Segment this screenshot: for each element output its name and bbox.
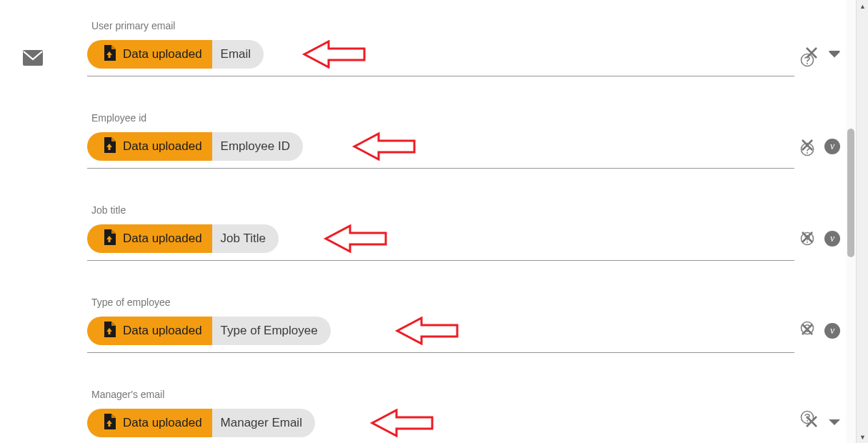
chip-source-label: Data uploaded [123,47,202,61]
upload-file-icon [103,137,116,156]
help-icon[interactable] [800,321,814,338]
chip-field-label: Email [221,47,251,61]
field-label: User primary email [91,20,794,31]
chip-source-label: Data uploaded [123,416,202,430]
svg-point-6 [807,242,808,243]
upload-file-icon [103,322,116,340]
help-icon[interactable] [800,53,814,70]
svg-point-8 [807,331,808,332]
help-icon[interactable] [800,410,814,427]
field-row-type-of-employee: Type of employee Data uploaded Type of E… [87,297,794,360]
upload-file-icon [103,229,116,248]
field-label: Manager's email [91,389,794,400]
chevron-down-icon[interactable] [829,48,840,61]
field-row-user-primary-email: User primary email Data uploaded Email [87,20,794,84]
field-row-job-title: Job title Data uploaded Job Title [87,204,794,268]
svg-point-4 [807,152,808,154]
field-row-managers-email: Manager's email Data uploaded Manager Em… [87,389,794,443]
upload-file-icon [103,414,116,432]
data-chip[interactable]: Data uploaded Type of Employee [87,317,331,345]
variable-badge[interactable]: v [824,139,840,154]
chip-field-label: Employee ID [221,139,290,154]
chip-source-label: Data uploaded [123,139,202,154]
inner-scrollbar[interactable] [846,0,856,443]
data-chip[interactable]: Data uploaded Manager Email [87,409,315,437]
svg-point-2 [807,63,808,64]
variable-badge[interactable]: v [824,231,840,247]
upload-file-icon [103,45,116,64]
chip-source-label: Data uploaded [123,324,202,338]
mail-icon [23,50,43,66]
scroll-up-icon[interactable]: ▲ [857,0,868,12]
chip-source-label: Data uploaded [123,232,202,246]
chevron-down-icon[interactable] [829,417,840,429]
field-label: Employee id [91,112,794,124]
variable-badge[interactable]: v [824,323,840,339]
data-chip[interactable]: Data uploaded Job Title [87,224,279,253]
help-icon[interactable] [800,142,814,159]
data-chip[interactable]: Data uploaded Email [87,40,264,69]
svg-point-10 [807,420,808,422]
outer-scrollbar[interactable]: ▲ ▼ [856,0,868,443]
scroll-down-icon[interactable]: ▼ [857,431,868,443]
scrollbar-thumb[interactable] [847,129,854,257]
field-label: Job title [91,204,794,216]
chip-field-label: Type of Employee [221,324,318,338]
chip-field-label: Job Title [221,232,266,246]
field-label: Type of employee [91,297,794,308]
chip-field-label: Manager Email [221,416,302,430]
data-chip[interactable]: Data uploaded Employee ID [87,132,303,161]
help-icon[interactable] [800,232,814,249]
field-row-employee-id: Employee id Data uploaded Employee ID [87,112,794,176]
